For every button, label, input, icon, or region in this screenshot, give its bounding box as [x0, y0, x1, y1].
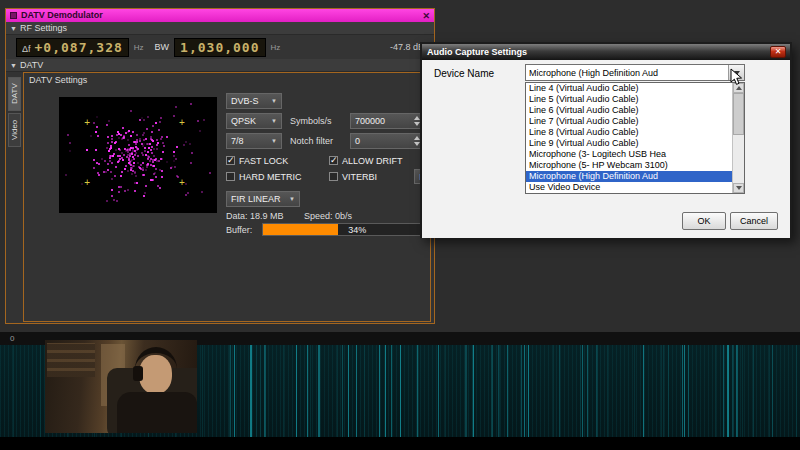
chevron-down-icon: ▼ [271, 118, 277, 124]
buffer-percent: 34% [348, 225, 366, 235]
datv-demodulator-window: DATV Demodulator ✕ ▼ RF Settings Δf +0,0… [5, 8, 435, 324]
device-name-label: Device Name [434, 68, 494, 79]
chevron-down-icon: ▼ [271, 138, 277, 144]
dialog-close-button[interactable]: ✕ [770, 46, 786, 58]
close-icon[interactable]: ✕ [422, 11, 430, 21]
device-option[interactable]: Line 8 (Virtual Audio Cable) [526, 127, 733, 138]
datv-section-header[interactable]: ▼ DATV [6, 59, 434, 72]
checkbox-label: ALLOW DRIFT [342, 156, 403, 166]
data-amount-text: Data: 18.9 MB [226, 211, 284, 221]
checkbox-box[interactable] [329, 156, 338, 165]
checkbox-box[interactable] [226, 156, 235, 165]
checkbox-label: VITERBI [342, 172, 377, 182]
constellation-marker: + [179, 178, 185, 188]
list-scrollbar[interactable] [732, 83, 744, 193]
datv-window-titlebar[interactable]: DATV Demodulator ✕ [6, 9, 434, 22]
checkbox[interactable]: FAST LOCK [226, 155, 329, 166]
checkbox-grid: FAST LOCK ALLOW DRIFT HARD METRIC [226, 155, 403, 182]
notch-filter-stepper[interactable]: 0 [350, 133, 424, 149]
arrow-down-icon [736, 186, 742, 190]
constellation-display: + + + + [59, 97, 217, 213]
device-option[interactable]: Line 5 (Virtual Audio Cable) [526, 94, 733, 105]
chevron-down-icon: ▼ [289, 196, 295, 202]
frequency-display[interactable]: Δf +0,087,328 [16, 38, 129, 57]
checkbox[interactable]: VITERBI [329, 171, 403, 182]
rf-settings-header[interactable]: ▼ RF Settings [6, 22, 434, 35]
checkbox-box[interactable] [329, 172, 338, 181]
delta-f-label: Δf [22, 44, 31, 54]
notch-filter-value: 0 [355, 136, 413, 146]
standard-dropdown[interactable]: DVB-S ▼ [226, 93, 282, 109]
modulation-value: QPSK [231, 116, 256, 126]
cancel-button[interactable]: Cancel [730, 212, 778, 230]
symbol-rate-value: 700000 [355, 116, 413, 126]
datv-section-header-label: DATV [20, 60, 43, 70]
constellation-marker: + [84, 178, 90, 188]
audio-capture-dialog: Audio Capture Settings ✕ Device Name Mic… [420, 42, 792, 238]
ok-button[interactable]: OK [682, 212, 726, 230]
frequency-digits[interactable]: +0,087,328 [35, 40, 123, 55]
symbol-rate-stepper[interactable]: 700000 [350, 113, 424, 129]
collapse-icon: ▼ [10, 25, 17, 32]
webcam-headset-earcup [133, 366, 143, 381]
bottom-bar [0, 437, 800, 450]
device-combobox-value: Microphone (High Definition Aud [529, 68, 728, 78]
chevron-down-icon: ▼ [271, 98, 277, 104]
checkbox-box[interactable] [226, 172, 235, 181]
device-option[interactable]: Microphone (3- Logitech USB Hea [526, 149, 733, 160]
dialog-body: Device Name Microphone (High Definition … [422, 60, 790, 238]
dialog-titlebar[interactable]: Audio Capture Settings [422, 44, 790, 60]
device-option-list: Line 4 (Virtual Audio Cable) Line 5 (Vir… [525, 82, 745, 194]
device-option[interactable]: Line 7 (Virtual Audio Cable) [526, 116, 733, 127]
screen: DATV Demodulator ✕ ▼ RF Settings Δf +0,0… [0, 0, 800, 450]
frequency-unit: Hz [134, 43, 144, 52]
bandwidth-label: BW [155, 42, 170, 52]
datv-window-title: DATV Demodulator [21, 9, 103, 22]
device-combobox[interactable]: Microphone (High Definition Aud [525, 64, 745, 81]
checkbox-label: FAST LOCK [239, 156, 288, 166]
mouse-cursor [730, 68, 743, 87]
code-rate-dropdown[interactable]: 7/8 ▼ [226, 133, 282, 149]
notch-filter-label: Notch filter [290, 136, 333, 146]
device-option[interactable]: Line 9 (Virtual Audio Cable) [526, 138, 733, 149]
bandwidth-unit: Hz [271, 43, 281, 52]
modulation-dropdown[interactable]: QPSK ▼ [226, 113, 282, 129]
spectrum-scale-label: 0 [10, 334, 14, 343]
buffer-label: Buffer: [226, 225, 252, 235]
standard-value: DVB-S [231, 96, 259, 106]
device-option[interactable]: Microphone (High Definition Aud [526, 171, 733, 182]
window-icon [10, 12, 17, 19]
bandwidth-digits[interactable]: 1,030,000 [180, 40, 259, 55]
filter-dropdown[interactable]: FIR LINEAR ▼ [226, 191, 300, 207]
scrollbar-thumb[interactable] [733, 93, 744, 135]
code-rate-value: 7/8 [231, 136, 244, 146]
tab-video[interactable]: Video [8, 113, 21, 147]
checkbox[interactable]: HARD METRIC [226, 171, 329, 182]
device-option[interactable]: Use Video Device [526, 182, 733, 193]
buffer-progress-bar: 34% [262, 223, 428, 236]
panel-title: DATV Settings [24, 73, 430, 87]
constellation-marker: + [179, 118, 185, 128]
device-option[interactable]: Microphone (5- HP Webcam 3100) [526, 160, 733, 171]
buffer-progress-fill [263, 224, 338, 235]
filter-value: FIR LINEAR [231, 194, 281, 204]
webcam-video [45, 340, 197, 433]
side-tabs: DATV Video [8, 77, 21, 149]
scroll-down-button[interactable] [733, 183, 744, 193]
constellation-marker: + [84, 118, 90, 128]
power-level: -47.8 dB [390, 42, 424, 52]
webcam-person-torso [117, 392, 197, 433]
tab-datv[interactable]: DATV [8, 77, 21, 111]
rf-settings-header-label: RF Settings [20, 23, 67, 33]
bandwidth-display[interactable]: 1,030,000 [174, 38, 265, 57]
symbols-label: Symbols/s [290, 116, 332, 126]
checkbox-label: HARD METRIC [239, 172, 302, 182]
checkbox[interactable]: ALLOW DRIFT [329, 155, 403, 166]
speed-text: Speed: 0b/s [304, 211, 352, 221]
rf-settings-row: Δf +0,087,328 Hz BW 1,030,000 Hz -47.8 d… [6, 35, 434, 59]
datv-settings-panel: DATV Settings + + + + DVB-S ▼ QPSK ▼ Sym… [23, 72, 431, 322]
device-option[interactable]: Line 6 (Virtual Audio Cable) [526, 105, 733, 116]
webcam-background-shelf [47, 343, 95, 377]
device-option[interactable]: Line 4 (Virtual Audio Cable) [526, 83, 733, 94]
collapse-icon: ▼ [10, 62, 17, 69]
